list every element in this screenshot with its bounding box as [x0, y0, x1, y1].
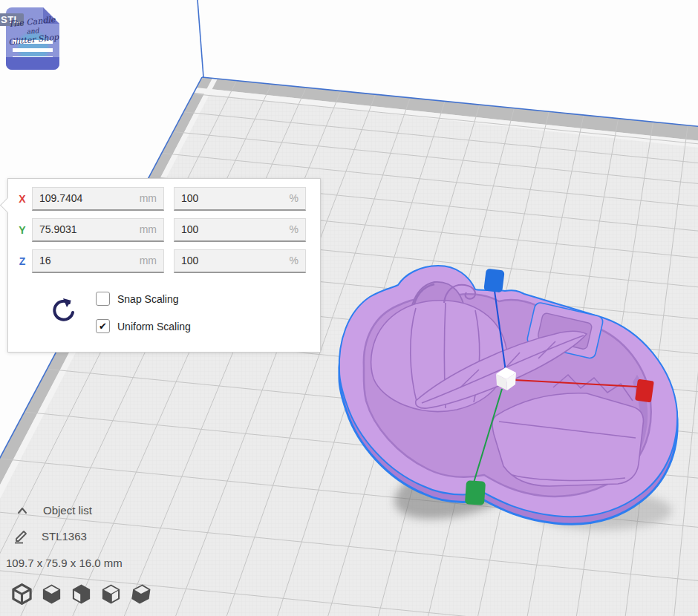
axis-x-label: X	[13, 193, 32, 205]
axis-z-label: Z	[13, 255, 32, 267]
scale-row-x: X 109.7404 mm 100 %	[13, 187, 310, 210]
reset-scale-button[interactable]	[47, 296, 81, 330]
gizmo-z-handle[interactable]	[483, 269, 504, 293]
axis-y-label: Y	[13, 224, 32, 236]
uniform-scaling-row: ✔ Uniform Scaling	[96, 319, 191, 333]
view-top-button[interactable]	[70, 583, 93, 606]
scale-z-mm-input[interactable]: 16 mm	[32, 249, 164, 273]
object-list-item[interactable]: STL1363	[13, 528, 87, 544]
uniform-check-glyph: ✔	[99, 321, 107, 331]
uniform-scaling-checkbox[interactable]: ✔	[96, 319, 110, 333]
snap-scaling-row: Snap Scaling	[96, 292, 179, 306]
chevron-up-icon	[16, 505, 28, 516]
view-front-button[interactable]	[40, 583, 63, 606]
view-right-button[interactable]	[129, 583, 152, 606]
scale-z-percent-input[interactable]: 100 %	[174, 249, 306, 273]
pencil-icon	[13, 528, 30, 544]
snap-scaling-checkbox[interactable]	[96, 292, 110, 306]
cube-right-view-icon	[129, 583, 152, 606]
scale-row-y: Y 75.9031 mm 100 %	[13, 218, 310, 241]
object-dimensions: 109.7 x 75.9 x 16.0 mm	[6, 557, 123, 569]
reset-arrow-icon	[47, 296, 81, 330]
cube-3d-view-icon	[10, 583, 33, 606]
cube-front-view-icon	[40, 583, 63, 606]
cube-top-view-icon	[70, 583, 93, 606]
stl-shop-logo: STL The Candle and Glitter Shop	[1, 3, 67, 74]
scale-y-mm-input[interactable]: 75.9031 mm	[32, 218, 164, 242]
view-3d-button[interactable]	[10, 583, 33, 606]
scale-y-percent-input[interactable]: 100 %	[174, 218, 306, 242]
object-list-toggle[interactable]: Object list	[16, 504, 92, 517]
uniform-scaling-label: Uniform Scaling	[117, 321, 191, 332]
scale-row-z: Z 16 mm 100 %	[13, 249, 310, 272]
object-name: STL1363	[42, 530, 87, 543]
gizmo-y-handle[interactable]	[465, 480, 486, 505]
gizmo-x-handle[interactable]	[635, 379, 654, 403]
scale-tool-panel: X 109.7404 mm 100 % Y 75.9031 mm 100 % Z…	[7, 178, 321, 353]
scale-x-mm-input[interactable]: 109.7404 mm	[32, 187, 164, 211]
snap-scaling-label: Snap Scaling	[117, 293, 179, 305]
object-list-label: Object list	[43, 504, 92, 517]
camera-view-toolbar	[10, 583, 152, 606]
scale-x-percent-input[interactable]: 100 %	[174, 187, 306, 211]
view-left-button[interactable]	[100, 583, 123, 606]
cube-left-view-icon	[100, 583, 123, 606]
